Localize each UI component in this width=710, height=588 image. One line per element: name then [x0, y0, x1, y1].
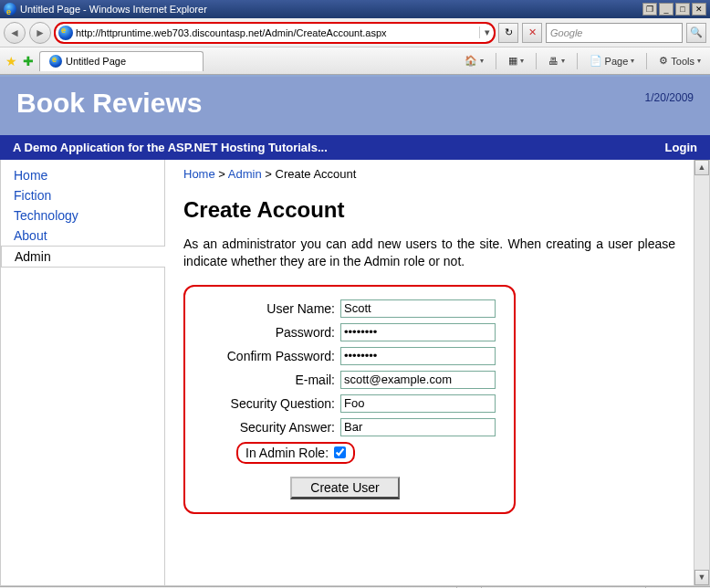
- page-menu-button[interactable]: 📄 Page ▾: [586, 53, 639, 68]
- main-panel: Home > Admin > Create Account Create Acc…: [165, 160, 694, 585]
- site-tagline: A Demo Application for the ASP.NET Hosti…: [13, 141, 328, 154]
- address-toolbar: ◄ ► ▾ ↻ ✕ Google 🔍: [0, 18, 710, 47]
- add-favorite-icon[interactable]: ✚: [23, 54, 34, 68]
- tab-title: Untitled Page: [66, 56, 126, 67]
- home-button[interactable]: 🏠▾: [461, 53, 487, 68]
- admin-role-group: In Admin Role:: [236, 442, 355, 464]
- feeds-button[interactable]: ▦▾: [505, 53, 527, 68]
- close-button[interactable]: ✕: [692, 3, 706, 16]
- sidebar-nav: Home Fiction Technology About Admin: [1, 160, 165, 585]
- create-user-form: User Name: Password: Confirm Password: E…: [183, 285, 516, 514]
- site-sub-banner: A Demo Application for the ASP.NET Hosti…: [0, 135, 710, 160]
- minimize-button[interactable]: _: [659, 3, 673, 16]
- tools-menu-button[interactable]: ⚙ Tools ▾: [655, 53, 705, 68]
- username-input[interactable]: [340, 299, 496, 318]
- label-email: E-mail:: [194, 373, 340, 387]
- label-password: Password:: [194, 325, 340, 340]
- restore-down-button[interactable]: ❐: [642, 3, 657, 16]
- login-link[interactable]: Login: [665, 141, 697, 154]
- forward-button[interactable]: ►: [29, 22, 51, 44]
- print-button[interactable]: 🖶▾: [545, 54, 569, 68]
- breadcrumb-admin[interactable]: Admin: [228, 167, 262, 181]
- label-security-question: Security Question:: [194, 396, 340, 411]
- page-favicon: [58, 26, 73, 40]
- maximize-button[interactable]: □: [675, 3, 690, 16]
- url-input[interactable]: [76, 27, 479, 38]
- password-input[interactable]: [340, 323, 496, 341]
- sidebar-item-home[interactable]: Home: [1, 165, 164, 185]
- search-placeholder: Google: [550, 27, 582, 38]
- label-admin-role: In Admin Role:: [245, 446, 334, 460]
- favorites-star-icon[interactable]: ★: [5, 54, 17, 68]
- tab-favicon: [49, 55, 62, 68]
- address-dropdown[interactable]: ▾: [479, 26, 494, 38]
- page-intro: As an administrator you can add new user…: [183, 236, 675, 270]
- search-box[interactable]: Google: [546, 23, 683, 43]
- sidebar-item-admin[interactable]: Admin: [1, 246, 165, 268]
- page-content: Book Reviews 1/20/2009 A Demo Applicatio…: [0, 75, 710, 586]
- label-confirm-password: Confirm Password:: [194, 349, 340, 363]
- vertical-scrollbar[interactable]: ▲ ▼: [694, 160, 709, 585]
- email-input[interactable]: [340, 371, 496, 389]
- page-heading: Create Account: [183, 197, 675, 223]
- security-answer-input[interactable]: [340, 418, 496, 436]
- ie-icon: [4, 3, 16, 16]
- browser-tab[interactable]: Untitled Page: [39, 51, 204, 71]
- scroll-up-arrow[interactable]: ▲: [694, 160, 709, 175]
- search-go-button[interactable]: 🔍: [686, 23, 706, 43]
- security-question-input[interactable]: [340, 394, 496, 413]
- site-title: Book Reviews: [16, 88, 202, 119]
- tab-toolbar: ★ ✚ Untitled Page 🏠▾ ▦▾ 🖶▾ 📄 Page ▾ ⚙ To…: [0, 47, 710, 75]
- site-date: 1/20/2009: [645, 91, 694, 104]
- window-title: Untitled Page - Windows Internet Explore…: [20, 0, 207, 18]
- stop-button[interactable]: ✕: [522, 23, 542, 43]
- site-banner: Book Reviews 1/20/2009: [0, 77, 710, 135]
- label-username: User Name:: [194, 301, 340, 316]
- create-user-button[interactable]: Create User: [290, 477, 399, 499]
- sidebar-item-technology[interactable]: Technology: [1, 205, 164, 226]
- scroll-track[interactable]: [694, 175, 709, 570]
- scroll-down-arrow[interactable]: ▼: [694, 570, 709, 585]
- window-titlebar: Untitled Page - Windows Internet Explore…: [0, 0, 710, 18]
- sidebar-item-fiction[interactable]: Fiction: [1, 185, 164, 205]
- breadcrumb: Home > Admin > Create Account: [183, 167, 675, 181]
- address-bar[interactable]: ▾: [55, 23, 495, 43]
- breadcrumb-current: Create Account: [276, 167, 357, 181]
- sidebar-item-about[interactable]: About: [1, 226, 164, 246]
- confirm-password-input[interactable]: [340, 347, 496, 365]
- back-button[interactable]: ◄: [4, 22, 26, 44]
- admin-role-checkbox[interactable]: [334, 446, 346, 458]
- breadcrumb-home[interactable]: Home: [183, 167, 215, 181]
- refresh-button[interactable]: ↻: [498, 23, 518, 43]
- label-security-answer: Security Answer:: [194, 420, 340, 435]
